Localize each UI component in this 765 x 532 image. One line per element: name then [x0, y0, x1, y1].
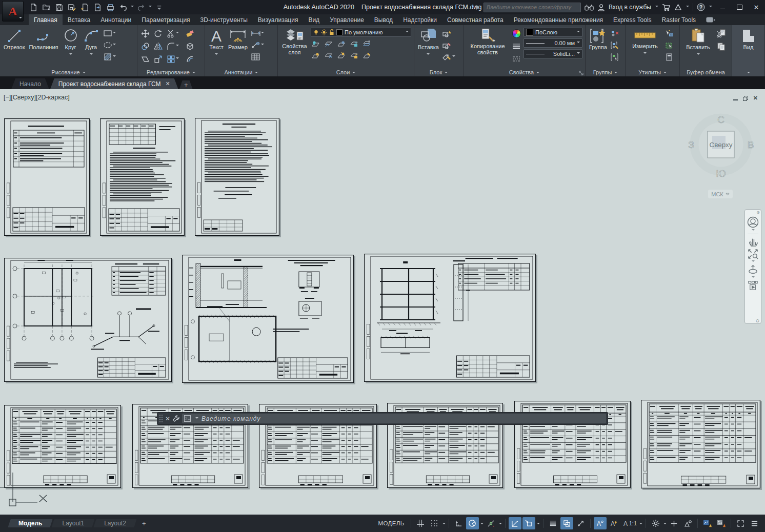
panel-draw-footer[interactable]: Рисование	[0, 68, 137, 76]
model-tab[interactable]: Модель	[9, 518, 51, 529]
navbar-close-icon[interactable]: ⊗	[756, 210, 760, 215]
text-button[interactable]: A Текст	[208, 27, 225, 57]
sheet-floor-plan-piping[interactable]	[4, 258, 172, 382]
signin-user-icon[interactable]	[597, 4, 605, 11]
tab-manage[interactable]: Управление	[325, 14, 369, 25]
object-color-icon[interactable]	[511, 28, 521, 38]
layer-unlock-icon[interactable]	[349, 50, 359, 60]
command-close-icon[interactable]: ✕	[165, 415, 170, 422]
search-input[interactable]	[484, 3, 581, 12]
viewcube-south[interactable]: Ю	[716, 168, 726, 179]
panel-view-footer[interactable]	[732, 68, 764, 76]
grid-display-icon[interactable]	[414, 517, 427, 529]
ellipse-tool-icon[interactable]	[103, 40, 113, 50]
edit-attributes-icon[interactable]	[442, 52, 452, 62]
command-input[interactable]: Введите команду	[182, 414, 606, 423]
select-similar-icon[interactable]	[664, 40, 674, 50]
layer-lock-icon[interactable]	[349, 38, 359, 49]
layer-isolate-icon[interactable]	[324, 38, 334, 49]
redo-icon[interactable]	[135, 2, 147, 13]
ortho-mode-icon[interactable]	[452, 517, 465, 529]
showmotion-icon[interactable]	[747, 280, 759, 292]
color-dropdown[interactable]: ПоСлою	[524, 28, 582, 37]
quick-calculator-icon[interactable]	[664, 52, 674, 62]
command-customize-wrench-icon[interactable]	[172, 415, 180, 422]
table-icon[interactable]	[251, 52, 261, 62]
tab-insert[interactable]: Вставка	[63, 14, 96, 25]
annotation-monitor-icon[interactable]	[681, 517, 694, 529]
select-group-icon[interactable]	[610, 52, 620, 62]
quick-select-icon[interactable]	[664, 28, 674, 38]
trim-icon[interactable]	[166, 28, 176, 38]
tab-output[interactable]: Вывод	[369, 14, 398, 25]
tab-annotate[interactable]: Аннотации	[95, 14, 136, 25]
array-icon[interactable]	[166, 54, 176, 64]
doc-restore-icon[interactable]	[743, 96, 748, 101]
dynamic-input-icon[interactable]	[574, 517, 587, 529]
signin-label[interactable]: Вход в службы	[609, 4, 651, 11]
object-snap-tracking-icon[interactable]	[509, 517, 521, 529]
panel-utilities-footer[interactable]: Утилиты	[626, 68, 679, 76]
search-binoculars-icon[interactable]	[585, 4, 594, 11]
selection-cycling-icon[interactable]	[560, 517, 573, 529]
dimension-button[interactable]: Размер	[227, 27, 249, 51]
match-properties-button[interactable]: Копирование свойств	[466, 27, 509, 56]
measure-button[interactable]: Измерить	[628, 27, 662, 56]
panel-properties-footer[interactable]: Свойства	[464, 68, 585, 76]
linear-dimension-icon[interactable]	[251, 28, 261, 38]
panel-annotation-footer[interactable]: Аннотации	[205, 68, 277, 76]
annotation-visibility-icon[interactable]: A	[594, 517, 607, 529]
undo-dropdown-icon[interactable]	[131, 6, 134, 9]
leader-icon[interactable]	[251, 40, 261, 50]
tab-raster-tools[interactable]: Raster Tools	[657, 14, 701, 25]
navwheel-caret-icon[interactable]	[752, 229, 755, 232]
viewcube-west[interactable]: З	[688, 139, 694, 150]
layer-properties-button[interactable]: Свойства слоя	[280, 27, 309, 56]
zoom-extents-icon[interactable]	[747, 248, 759, 260]
tab-visualize[interactable]: Визуализация	[253, 14, 304, 25]
save-icon[interactable]	[53, 2, 65, 13]
application-menu-button[interactable]: A	[2, 1, 24, 22]
sheet-sections-details[interactable]	[182, 255, 354, 383]
app-store-cart-icon[interactable]	[662, 4, 671, 11]
isodraft-caret-icon[interactable]	[499, 523, 502, 526]
object-snap-icon[interactable]	[522, 517, 535, 529]
paste-button[interactable]: Вставить	[682, 27, 714, 57]
linetype-dropdown[interactable]: SolidLi...	[524, 49, 582, 58]
hatch-tool-icon[interactable]	[103, 52, 113, 62]
arc-button[interactable]: Дуга	[82, 27, 100, 57]
tab-parametric[interactable]: Параметризация	[136, 14, 195, 25]
view-button[interactable]: Вид	[739, 27, 758, 51]
scale-icon[interactable]	[153, 54, 163, 64]
sheet-spec-table-6[interactable]	[641, 400, 760, 488]
tab-collaborate[interactable]: Совместная работа	[442, 14, 509, 25]
panel-modify-footer[interactable]: Редактирование	[137, 68, 205, 76]
file-tab-start[interactable]: Начало	[11, 78, 49, 89]
workspace-gear-icon[interactable]	[649, 517, 662, 529]
doc-close-icon[interactable]: ✕	[753, 95, 758, 101]
line-button[interactable]: Отрезок	[3, 27, 26, 51]
explode-icon[interactable]	[185, 41, 195, 51]
command-prompt-icon[interactable]	[184, 415, 192, 422]
circle-button[interactable]: Круг	[62, 27, 80, 57]
tab-addins[interactable]: Надстройки	[398, 14, 442, 25]
help-icon[interactable]: ?	[697, 3, 705, 11]
isodraft-icon[interactable]	[485, 517, 497, 529]
snap-caret-icon[interactable]	[442, 523, 446, 526]
plot-icon[interactable]	[105, 2, 116, 13]
navigation-wheel-icon[interactable]	[747, 216, 759, 229]
maximize-button[interactable]	[733, 2, 746, 13]
fillet-icon[interactable]	[166, 41, 176, 51]
osnap-caret-icon[interactable]	[537, 523, 540, 526]
viewcube-east[interactable]: В	[748, 139, 754, 150]
annotation-scale-icon[interactable]: A1:1	[621, 517, 638, 529]
offset-icon[interactable]	[185, 54, 195, 64]
doc-minimize-icon[interactable]	[733, 96, 738, 100]
command-grip-handle[interactable]	[159, 414, 163, 423]
polar-tracking-icon[interactable]	[466, 517, 479, 529]
lineweight-display-icon[interactable]	[547, 517, 559, 529]
signin-dropdown-icon[interactable]	[655, 6, 658, 9]
orbit-icon[interactable]	[747, 264, 759, 276]
linetype-list-icon[interactable]	[511, 54, 521, 64]
customize-status-icon[interactable]	[748, 517, 761, 529]
